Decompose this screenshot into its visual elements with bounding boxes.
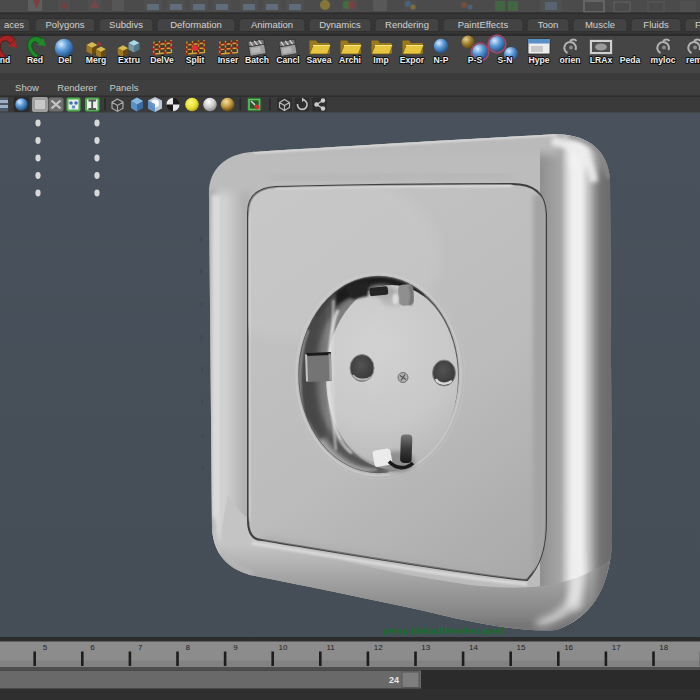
svg-text:PaintEffects: PaintEffects: [458, 19, 509, 30]
svg-text:DelVe: DelVe: [150, 55, 174, 65]
svg-text:rem: rem: [686, 55, 700, 65]
svg-text:Cancl: Cancl: [276, 55, 299, 65]
svg-text:Inser: Inser: [218, 55, 239, 65]
svg-text:Renderer: Renderer: [57, 82, 97, 93]
svg-text:orien: orien: [559, 55, 580, 65]
svg-text:N-P: N-P: [434, 55, 449, 65]
svg-text:5: 5: [43, 643, 48, 652]
svg-text:Muscle: Muscle: [585, 19, 615, 30]
svg-text:Peda: Peda: [620, 55, 641, 65]
svg-text:Split: Split: [186, 55, 205, 65]
svg-text:7: 7: [138, 643, 143, 652]
svg-text:aces: aces: [4, 19, 24, 30]
svg-text:Expor: Expor: [400, 55, 425, 65]
svg-text:Batch: Batch: [245, 55, 269, 65]
svg-text:Imp: Imp: [373, 55, 388, 65]
svg-text:18: 18: [659, 643, 668, 652]
svg-text:Archi: Archi: [339, 55, 361, 65]
svg-text:10: 10: [279, 643, 288, 652]
svg-text:Dynamics: Dynamics: [319, 19, 361, 30]
svg-text:Show: Show: [15, 82, 39, 93]
svg-text:Fluids: Fluids: [643, 19, 669, 30]
svg-text:Subdivs: Subdivs: [109, 19, 143, 30]
svg-text:F: F: [695, 19, 700, 30]
svg-text:13: 13: [421, 643, 430, 652]
svg-text:Toon: Toon: [538, 19, 559, 30]
svg-text:17: 17: [612, 643, 621, 652]
svg-text:12: 12: [374, 643, 383, 652]
svg-text:Savea: Savea: [307, 55, 332, 65]
svg-text:Deformation: Deformation: [170, 19, 222, 30]
svg-text:S-N: S-N: [498, 55, 513, 65]
svg-text:Panels: Panels: [109, 82, 138, 93]
svg-text:Rendering: Rendering: [385, 19, 429, 30]
svg-text:nd: nd: [0, 55, 10, 65]
svg-text:8: 8: [186, 643, 191, 652]
svg-text:9: 9: [233, 643, 238, 652]
svg-text:15: 15: [517, 643, 526, 652]
svg-text:myloc: myloc: [651, 55, 676, 65]
svg-text:Merg: Merg: [86, 55, 107, 65]
svg-text:Red: Red: [27, 55, 43, 65]
svg-text:Hype: Hype: [528, 55, 549, 65]
svg-text:Animation: Animation: [251, 19, 293, 30]
svg-text:6: 6: [90, 643, 95, 652]
svg-text:16: 16: [564, 643, 573, 652]
svg-text:Extru: Extru: [118, 55, 140, 65]
svg-text:Polygons: Polygons: [45, 19, 84, 30]
svg-text:11: 11: [326, 643, 335, 652]
svg-text:Del: Del: [58, 55, 71, 65]
svg-text:14: 14: [469, 643, 478, 652]
svg-text:LRAx: LRAx: [590, 55, 613, 65]
svg-text:24: 24: [389, 675, 399, 685]
svg-text:P-S: P-S: [468, 55, 483, 65]
